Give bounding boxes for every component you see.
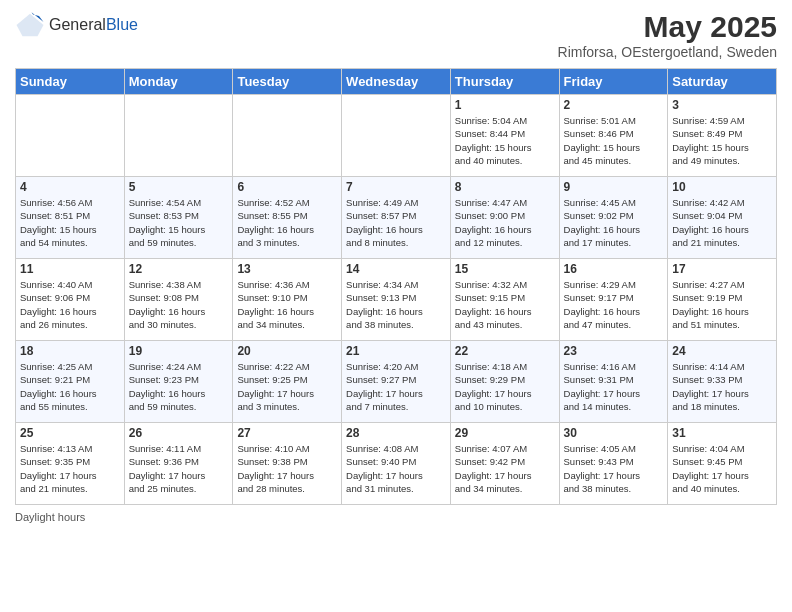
calendar-cell (124, 95, 233, 177)
calendar-cell: 17Sunrise: 4:27 AM Sunset: 9:19 PM Dayli… (668, 259, 777, 341)
calendar-dow-friday: Friday (559, 69, 668, 95)
calendar-cell: 18Sunrise: 4:25 AM Sunset: 9:21 PM Dayli… (16, 341, 125, 423)
footer: Daylight hours (15, 511, 777, 523)
day-info: Sunrise: 4:32 AM Sunset: 9:15 PM Dayligh… (455, 278, 555, 331)
calendar-cell: 21Sunrise: 4:20 AM Sunset: 9:27 PM Dayli… (342, 341, 451, 423)
day-info: Sunrise: 5:01 AM Sunset: 8:46 PM Dayligh… (564, 114, 664, 167)
calendar-cell: 31Sunrise: 4:04 AM Sunset: 9:45 PM Dayli… (668, 423, 777, 505)
day-number: 1 (455, 98, 555, 112)
calendar-week-row: 11Sunrise: 4:40 AM Sunset: 9:06 PM Dayli… (16, 259, 777, 341)
day-info: Sunrise: 4:38 AM Sunset: 9:08 PM Dayligh… (129, 278, 229, 331)
calendar-cell: 28Sunrise: 4:08 AM Sunset: 9:40 PM Dayli… (342, 423, 451, 505)
day-number: 5 (129, 180, 229, 194)
calendar-cell: 10Sunrise: 4:42 AM Sunset: 9:04 PM Dayli… (668, 177, 777, 259)
calendar-cell: 1Sunrise: 5:04 AM Sunset: 8:44 PM Daylig… (450, 95, 559, 177)
calendar-cell (233, 95, 342, 177)
day-number: 17 (672, 262, 772, 276)
day-info: Sunrise: 4:47 AM Sunset: 9:00 PM Dayligh… (455, 196, 555, 249)
day-number: 7 (346, 180, 446, 194)
day-number: 16 (564, 262, 664, 276)
day-info: Sunrise: 4:54 AM Sunset: 8:53 PM Dayligh… (129, 196, 229, 249)
day-info: Sunrise: 4:04 AM Sunset: 9:45 PM Dayligh… (672, 442, 772, 495)
main-title: May 2025 (558, 10, 777, 44)
calendar-week-row: 25Sunrise: 4:13 AM Sunset: 9:35 PM Dayli… (16, 423, 777, 505)
day-number: 2 (564, 98, 664, 112)
day-info: Sunrise: 4:49 AM Sunset: 8:57 PM Dayligh… (346, 196, 446, 249)
day-info: Sunrise: 5:04 AM Sunset: 8:44 PM Dayligh… (455, 114, 555, 167)
logo-general: General (49, 16, 106, 34)
calendar-cell: 8Sunrise: 4:47 AM Sunset: 9:00 PM Daylig… (450, 177, 559, 259)
day-number: 23 (564, 344, 664, 358)
day-number: 30 (564, 426, 664, 440)
day-number: 14 (346, 262, 446, 276)
day-number: 26 (129, 426, 229, 440)
day-info: Sunrise: 4:34 AM Sunset: 9:13 PM Dayligh… (346, 278, 446, 331)
calendar-cell: 14Sunrise: 4:34 AM Sunset: 9:13 PM Dayli… (342, 259, 451, 341)
day-number: 10 (672, 180, 772, 194)
day-number: 28 (346, 426, 446, 440)
subtitle: Rimforsa, OEstergoetland, Sweden (558, 44, 777, 60)
day-number: 24 (672, 344, 772, 358)
day-info: Sunrise: 4:07 AM Sunset: 9:42 PM Dayligh… (455, 442, 555, 495)
title-block: May 2025 Rimforsa, OEstergoetland, Swede… (558, 10, 777, 60)
calendar-cell: 29Sunrise: 4:07 AM Sunset: 9:42 PM Dayli… (450, 423, 559, 505)
calendar-dow-wednesday: Wednesday (342, 69, 451, 95)
calendar-cell: 2Sunrise: 5:01 AM Sunset: 8:46 PM Daylig… (559, 95, 668, 177)
calendar-cell: 13Sunrise: 4:36 AM Sunset: 9:10 PM Dayli… (233, 259, 342, 341)
day-number: 9 (564, 180, 664, 194)
calendar-cell: 25Sunrise: 4:13 AM Sunset: 9:35 PM Dayli… (16, 423, 125, 505)
calendar-cell: 3Sunrise: 4:59 AM Sunset: 8:49 PM Daylig… (668, 95, 777, 177)
calendar-header-row: SundayMondayTuesdayWednesdayThursdayFrid… (16, 69, 777, 95)
calendar-cell: 23Sunrise: 4:16 AM Sunset: 9:31 PM Dayli… (559, 341, 668, 423)
day-info: Sunrise: 4:40 AM Sunset: 9:06 PM Dayligh… (20, 278, 120, 331)
calendar-cell: 11Sunrise: 4:40 AM Sunset: 9:06 PM Dayli… (16, 259, 125, 341)
page: GeneralBlue May 2025 Rimforsa, OEstergoe… (0, 0, 792, 612)
daylight-label: Daylight hours (15, 511, 85, 523)
calendar-table: SundayMondayTuesdayWednesdayThursdayFrid… (15, 68, 777, 505)
day-number: 25 (20, 426, 120, 440)
calendar-cell: 27Sunrise: 4:10 AM Sunset: 9:38 PM Dayli… (233, 423, 342, 505)
day-info: Sunrise: 4:10 AM Sunset: 9:38 PM Dayligh… (237, 442, 337, 495)
day-info: Sunrise: 4:27 AM Sunset: 9:19 PM Dayligh… (672, 278, 772, 331)
header: GeneralBlue May 2025 Rimforsa, OEstergoe… (15, 10, 777, 60)
day-info: Sunrise: 4:42 AM Sunset: 9:04 PM Dayligh… (672, 196, 772, 249)
calendar-week-row: 18Sunrise: 4:25 AM Sunset: 9:21 PM Dayli… (16, 341, 777, 423)
calendar-cell: 22Sunrise: 4:18 AM Sunset: 9:29 PM Dayli… (450, 341, 559, 423)
day-number: 6 (237, 180, 337, 194)
day-info: Sunrise: 4:11 AM Sunset: 9:36 PM Dayligh… (129, 442, 229, 495)
calendar-cell: 12Sunrise: 4:38 AM Sunset: 9:08 PM Dayli… (124, 259, 233, 341)
day-number: 31 (672, 426, 772, 440)
day-info: Sunrise: 4:29 AM Sunset: 9:17 PM Dayligh… (564, 278, 664, 331)
day-number: 13 (237, 262, 337, 276)
calendar-dow-saturday: Saturday (668, 69, 777, 95)
day-info: Sunrise: 4:56 AM Sunset: 8:51 PM Dayligh… (20, 196, 120, 249)
day-number: 27 (237, 426, 337, 440)
calendar-week-row: 1Sunrise: 5:04 AM Sunset: 8:44 PM Daylig… (16, 95, 777, 177)
calendar-dow-monday: Monday (124, 69, 233, 95)
day-info: Sunrise: 4:36 AM Sunset: 9:10 PM Dayligh… (237, 278, 337, 331)
day-number: 22 (455, 344, 555, 358)
calendar-cell: 24Sunrise: 4:14 AM Sunset: 9:33 PM Dayli… (668, 341, 777, 423)
calendar-cell: 7Sunrise: 4:49 AM Sunset: 8:57 PM Daylig… (342, 177, 451, 259)
day-number: 4 (20, 180, 120, 194)
calendar-cell: 5Sunrise: 4:54 AM Sunset: 8:53 PM Daylig… (124, 177, 233, 259)
day-number: 15 (455, 262, 555, 276)
day-number: 3 (672, 98, 772, 112)
calendar-cell: 30Sunrise: 4:05 AM Sunset: 9:43 PM Dayli… (559, 423, 668, 505)
calendar-week-row: 4Sunrise: 4:56 AM Sunset: 8:51 PM Daylig… (16, 177, 777, 259)
day-info: Sunrise: 4:25 AM Sunset: 9:21 PM Dayligh… (20, 360, 120, 413)
calendar-cell: 26Sunrise: 4:11 AM Sunset: 9:36 PM Dayli… (124, 423, 233, 505)
day-number: 21 (346, 344, 446, 358)
logo: GeneralBlue (15, 10, 138, 40)
calendar-cell (16, 95, 125, 177)
calendar-dow-tuesday: Tuesday (233, 69, 342, 95)
calendar-cell: 6Sunrise: 4:52 AM Sunset: 8:55 PM Daylig… (233, 177, 342, 259)
day-info: Sunrise: 4:52 AM Sunset: 8:55 PM Dayligh… (237, 196, 337, 249)
calendar-dow-thursday: Thursday (450, 69, 559, 95)
calendar-cell (342, 95, 451, 177)
day-number: 12 (129, 262, 229, 276)
calendar-cell: 15Sunrise: 4:32 AM Sunset: 9:15 PM Dayli… (450, 259, 559, 341)
day-number: 29 (455, 426, 555, 440)
day-number: 11 (20, 262, 120, 276)
day-number: 18 (20, 344, 120, 358)
